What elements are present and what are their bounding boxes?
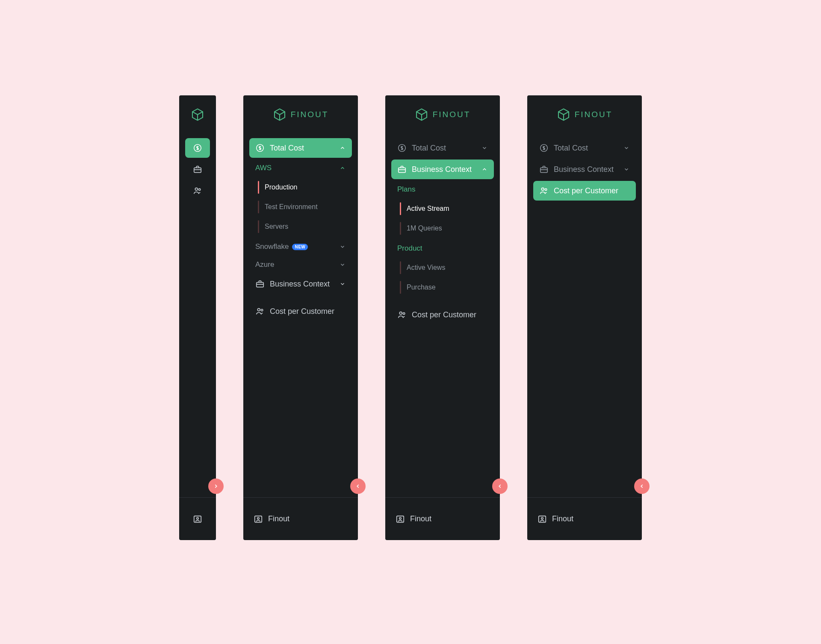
chevron-down-icon <box>339 243 346 250</box>
svg-point-8 <box>257 308 260 311</box>
group-plans-items: Active Stream 1M Queries <box>391 199 494 238</box>
svg-point-9 <box>261 309 263 311</box>
people-icon <box>255 307 265 316</box>
svg-point-14 <box>399 312 402 314</box>
svg-point-17 <box>399 517 401 519</box>
nav-label: Cost per Customer <box>270 307 334 316</box>
chevron-down-icon <box>339 281 346 287</box>
collapse-button[interactable] <box>350 479 366 494</box>
sub-item-purchase[interactable]: Purchase <box>397 278 494 297</box>
people-icon <box>397 310 407 319</box>
sub-item-1m-queries[interactable]: 1M Queries <box>397 219 494 238</box>
footer-user-label: Finout <box>410 514 431 523</box>
sub-item-servers[interactable]: Servers <box>255 217 352 236</box>
expand-button[interactable] <box>208 479 224 494</box>
nav-label: Business Context <box>270 280 330 289</box>
nav-label: Business Context <box>412 165 472 174</box>
footer-user[interactable]: Finout <box>385 497 500 540</box>
footer-user[interactable]: Finout <box>243 497 358 540</box>
footer-user-label: Finout <box>552 514 573 523</box>
nav-total-cost[interactable]: Total Cost <box>185 138 210 158</box>
group-aws[interactable]: AWS <box>249 160 352 176</box>
svg-point-15 <box>403 313 405 314</box>
dollar-circle-icon <box>539 143 549 153</box>
cube-icon <box>191 108 204 121</box>
nav-label: Cost per Customer <box>412 310 476 319</box>
nav-total-cost[interactable]: Total Cost <box>533 138 636 158</box>
svg-rect-13 <box>399 168 406 172</box>
group-snowflake[interactable]: Snowflake NEW <box>249 238 352 254</box>
group-label: Product <box>397 244 422 253</box>
nav-label: Total Cost <box>554 144 588 153</box>
group-product-items: Active Views Purchase <box>391 258 494 297</box>
cube-icon <box>415 108 428 121</box>
sub-item-production[interactable]: Production <box>255 177 352 197</box>
group-azure[interactable]: Azure <box>249 256 352 272</box>
nav-label: Total Cost <box>412 144 446 153</box>
cube-icon <box>557 108 570 121</box>
chevron-up-icon <box>481 166 488 173</box>
brand-logo: FINOUT <box>385 95 500 134</box>
nav-business-context[interactable]: Business Context <box>185 160 210 179</box>
svg-rect-7 <box>257 282 264 287</box>
briefcase-icon <box>539 165 549 174</box>
svg-point-20 <box>541 188 544 190</box>
footer-user[interactable]: Finout <box>179 497 216 540</box>
nav-cost-per-customer[interactable]: Cost per Customer <box>185 181 210 201</box>
badge-new: NEW <box>292 244 308 250</box>
brand-logo <box>179 95 216 134</box>
nav-total-cost[interactable]: Total Cost <box>249 138 352 158</box>
people-icon <box>193 186 202 195</box>
sidebar-total-cost-expanded: FINOUT Total Cost AWS Production Test En… <box>243 95 358 540</box>
svg-point-21 <box>545 189 546 190</box>
svg-rect-19 <box>540 168 548 172</box>
footer-user[interactable]: Finout <box>527 497 642 540</box>
nav-business-context[interactable]: Business Context <box>249 274 352 294</box>
svg-rect-1 <box>194 168 201 172</box>
sidebar-cost-per-customer: FINOUT Total Cost Business Context Cost … <box>527 95 642 540</box>
chevron-down-icon <box>481 145 488 151</box>
sub-item-active-stream[interactable]: Active Stream <box>397 199 494 219</box>
nav-cost-per-customer[interactable]: Cost per Customer <box>391 305 494 325</box>
brand-text: FINOUT <box>291 110 329 119</box>
chevron-down-icon <box>623 166 630 173</box>
user-card-icon <box>537 514 547 524</box>
nav-label: Cost per Customer <box>554 186 618 195</box>
collapse-button[interactable] <box>634 479 650 494</box>
people-icon <box>539 186 549 195</box>
group-label: Azure <box>255 260 274 269</box>
nav-cost-per-customer[interactable]: Cost per Customer <box>533 181 636 201</box>
brand-logo: FINOUT <box>243 95 358 134</box>
sub-item-test-env[interactable]: Test Environment <box>255 197 352 217</box>
sidebar-collapsed: Total Cost Business Context Cost per Cus… <box>179 95 216 540</box>
chevron-down-icon <box>339 261 346 268</box>
group-aws-items: Production Test Environment Servers <box>249 177 352 236</box>
briefcase-icon <box>193 165 202 174</box>
sub-item-active-views[interactable]: Active Views <box>397 258 494 278</box>
brand-text: FINOUT <box>433 110 471 119</box>
collapse-button[interactable] <box>492 479 508 494</box>
cube-icon <box>273 108 286 121</box>
group-plans[interactable]: Plans <box>391 181 494 197</box>
dollar-circle-icon <box>397 143 407 153</box>
nav-label: Total Cost <box>270 144 304 153</box>
user-card-icon <box>254 514 263 524</box>
group-product[interactable]: Product <box>391 240 494 256</box>
footer-user-label: Finout <box>268 514 289 523</box>
svg-point-23 <box>541 517 543 519</box>
briefcase-icon <box>255 279 265 289</box>
chevron-up-icon <box>339 145 346 151</box>
dollar-circle-icon <box>193 143 202 153</box>
group-label: Snowflake <box>255 242 289 251</box>
chevron-up-icon <box>339 165 346 171</box>
nav-business-context[interactable]: Business Context <box>391 160 494 179</box>
dollar-circle-icon <box>255 143 265 153</box>
nav-cost-per-customer[interactable]: Cost per Customer <box>249 301 352 321</box>
nav-label: Business Context <box>554 165 614 174</box>
nav-business-context[interactable]: Business Context <box>533 160 636 179</box>
nav-total-cost[interactable]: Total Cost <box>391 138 494 158</box>
group-label: AWS <box>255 164 272 172</box>
svg-point-5 <box>197 517 198 519</box>
brand-text: FINOUT <box>575 110 613 119</box>
svg-point-3 <box>198 189 200 190</box>
